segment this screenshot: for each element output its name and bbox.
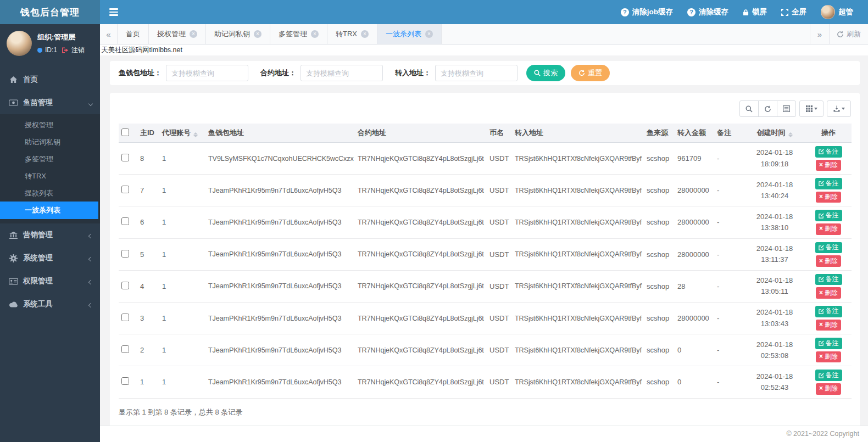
edit-icon xyxy=(819,213,824,219)
close-icon[interactable]: × xyxy=(425,30,433,38)
close-icon[interactable]: × xyxy=(361,30,369,38)
tab-label: 首页 xyxy=(126,29,140,39)
delete-button[interactable]: × 删除 xyxy=(816,351,841,363)
tab-multisig-management[interactable]: 多签管理 × xyxy=(270,24,327,44)
note-button-label: 备注 xyxy=(826,148,839,156)
tab-transfer-trx[interactable]: 转TRX × xyxy=(327,24,377,44)
row-select-cell xyxy=(119,366,137,398)
sidebar-item-label: 系统工具 xyxy=(23,299,53,309)
sidebar-item-system-management[interactable]: 系统管理 xyxy=(0,247,100,270)
tab-auth-management[interactable]: 授权管理 × xyxy=(149,24,206,44)
to-address-input[interactable] xyxy=(435,65,518,81)
delete-button[interactable]: × 删除 xyxy=(816,192,841,203)
table-refresh-button[interactable] xyxy=(758,100,777,117)
cell-remark: - xyxy=(714,334,744,366)
col-created-time[interactable]: 创建时间 xyxy=(744,124,805,143)
reset-button[interactable]: 重置 xyxy=(571,65,610,81)
clear-cache-button[interactable]: ? 清除缓存 xyxy=(680,0,736,24)
cell-coin: USDT xyxy=(487,334,512,366)
note-button-label: 备注 xyxy=(826,211,839,220)
sidebar-item-transfer-trx[interactable]: 转TRX xyxy=(0,167,100,184)
sidebar-item-fish-management[interactable]: 鱼苗管理 xyxy=(0,91,100,114)
note-button[interactable]: 备注 xyxy=(815,178,842,189)
delete-button[interactable]: × 删除 xyxy=(816,287,841,299)
note-button[interactable]: 备注 xyxy=(815,146,842,158)
edit-icon xyxy=(819,340,824,346)
lock-screen-button[interactable]: 锁屏 xyxy=(736,0,774,24)
user-menu[interactable]: 超管 xyxy=(814,0,860,24)
columns-button[interactable] xyxy=(799,100,824,117)
export-button[interactable] xyxy=(827,100,851,117)
row-checkbox[interactable] xyxy=(121,345,129,353)
delete-button[interactable]: × 删除 xyxy=(816,383,841,395)
sidebar-item-system-tools[interactable]: 系统工具 xyxy=(0,293,100,316)
row-checkbox[interactable] xyxy=(121,314,129,321)
cell-wallet-address: TJeamPKhR1Kr95m9n7TdL6uxcAofjvH5Q3 xyxy=(205,270,355,302)
close-icon: × xyxy=(819,289,823,298)
sidebar-toggle-button[interactable] xyxy=(100,0,127,24)
sidebar-item-label: 鱼苗管理 xyxy=(23,98,53,108)
select-all-checkbox[interactable] xyxy=(121,128,129,136)
delete-button[interactable]: × 删除 xyxy=(816,160,841,171)
cell-to-address: TRSjst6KhHQ1RTXf8cNfekjGXQAR9tfByf xyxy=(512,366,644,398)
contract-address-input[interactable] xyxy=(301,65,383,81)
refresh-label: 刷新 xyxy=(847,29,861,39)
table-search-button[interactable] xyxy=(739,100,759,117)
tab-mnemonic-keys[interactable]: 助记词私钥 × xyxy=(206,24,270,44)
row-checkbox[interactable] xyxy=(121,282,129,289)
chevron-left-icon xyxy=(89,254,92,262)
note-button[interactable]: 备注 xyxy=(815,274,842,286)
tab-onewave-list[interactable]: 一波杀列表 × xyxy=(377,24,442,44)
row-checkbox[interactable] xyxy=(121,250,129,258)
note-button[interactable]: 备注 xyxy=(815,306,842,317)
sidebar-item-permission-management[interactable]: 权限管理 xyxy=(0,270,100,293)
note-button[interactable]: 备注 xyxy=(815,338,842,349)
filter-label-wallet: 鱼钱包地址： xyxy=(119,68,162,78)
fullscreen-button[interactable]: 全屏 xyxy=(774,0,814,24)
sidebar-item-withdraw-list[interactable]: 提款列表 xyxy=(0,184,100,202)
sidebar-item-multisig-management[interactable]: 多签管理 xyxy=(0,150,100,167)
col-agent[interactable]: 代理账号 xyxy=(159,124,205,143)
delete-button[interactable]: × 删除 xyxy=(816,223,841,235)
cell-amount: 28000000 xyxy=(675,302,714,334)
row-checkbox[interactable] xyxy=(121,377,129,385)
tabs-scroll-left-button[interactable]: « xyxy=(100,24,118,44)
close-icon[interactable]: × xyxy=(190,30,197,38)
note-button-label: 备注 xyxy=(826,307,839,316)
tabs-scroll-right-button[interactable]: » xyxy=(810,24,829,44)
cell-to-address: TRSjst6KhHQ1RTXf8cNfekjGXQAR9tfByf xyxy=(512,175,644,206)
sidebar-item-auth-management[interactable]: 授权管理 xyxy=(0,116,100,133)
sidebar-item-marketing[interactable]: 营销管理 xyxy=(0,223,100,247)
card-view-button[interactable] xyxy=(777,100,796,117)
close-icon[interactable]: × xyxy=(254,30,261,38)
cell-wallet-address: TJeamPKhR1Kr95m9n7TdL6uxcAofjvH5Q3 xyxy=(205,302,355,334)
cell-created-time: 2024-01-18 02:52:43 xyxy=(744,366,805,398)
logout-button[interactable]: 注销 xyxy=(71,46,85,55)
note-button[interactable]: 备注 xyxy=(815,242,842,254)
delete-button[interactable]: × 删除 xyxy=(816,255,841,267)
close-icon[interactable]: × xyxy=(311,30,319,38)
wallet-address-input[interactable] xyxy=(166,65,248,81)
row-checkbox[interactable] xyxy=(121,186,129,193)
note-button[interactable]: 备注 xyxy=(815,370,842,381)
sidebar-item-mnemonic-keys[interactable]: 助记词私钥 xyxy=(0,133,100,150)
sidebar-item-onewave-list[interactable]: 一波杀列表 xyxy=(0,202,98,219)
sidebar-item-home[interactable]: 首页 xyxy=(0,68,100,91)
search-button[interactable]: 搜索 xyxy=(526,65,565,81)
tab-home[interactable]: 首页 xyxy=(118,24,149,44)
delete-button[interactable]: × 删除 xyxy=(816,320,841,331)
cell-amount: 28000000 xyxy=(675,206,714,238)
cell-actions: 备注 × 删除 xyxy=(805,143,852,175)
avatar xyxy=(7,31,32,56)
cell-created-time: 2024-01-18 13:40:24 xyxy=(744,175,805,206)
row-checkbox[interactable] xyxy=(121,154,129,161)
question-circle-icon: ? xyxy=(687,8,695,16)
col-source: 鱼来源 xyxy=(644,124,675,143)
cell-remark: - xyxy=(714,302,744,334)
refresh-tab-button[interactable]: 刷新 xyxy=(829,24,868,44)
clear-job-cache-button[interactable]: ? 清除job缓存 xyxy=(614,0,680,24)
edit-icon xyxy=(819,149,824,154)
note-button[interactable]: 备注 xyxy=(815,210,842,221)
cell-remark: - xyxy=(714,270,744,302)
row-checkbox[interactable] xyxy=(121,217,129,225)
